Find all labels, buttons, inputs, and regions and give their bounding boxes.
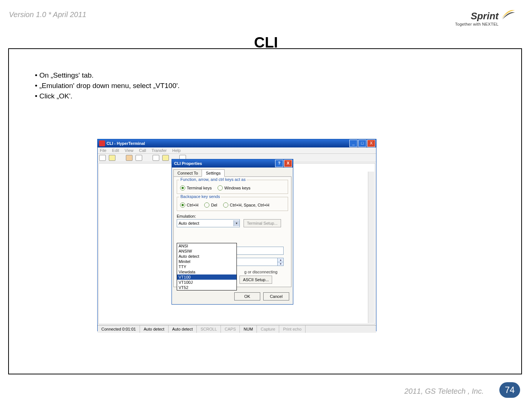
cancel-button[interactable]: Cancel <box>263 292 289 300</box>
menu-edit[interactable]: Edit <box>112 148 119 153</box>
terminal-setup-button[interactable]: Terminal Setup... <box>244 219 281 227</box>
dialog-button-row: OK Cancel <box>172 289 293 304</box>
chevron-down-icon: ▾ <box>234 220 239 226</box>
bullet-item: „Emulation' drop down menu, select „VT10… <box>35 81 180 91</box>
bullet-list: On „Settings' tab. „Emulation' drop down… <box>20 70 180 101</box>
status-connected: Connected 0:01:01 <box>98 325 140 333</box>
brand-block: Sprint Together with NEXTEL <box>455 10 499 26</box>
radio-label: Ctrl+H, Space, Ctrl+H <box>230 203 269 207</box>
radio-label: Ctrl+H <box>187 203 198 207</box>
ht-window-title: CLI - HyperTerminal <box>107 141 349 146</box>
menu-file[interactable]: File <box>100 148 107 153</box>
sprint-swoosh-icon <box>501 7 516 22</box>
ht-terminal-area[interactable]: CLI Properties ? X Connect To Settings F… <box>98 163 375 324</box>
toolbar-separator <box>118 155 123 160</box>
page-number-badge: 74 <box>499 382 520 398</box>
tab-strip: Connect To Settings <box>172 168 293 176</box>
status-printecho: Print echo <box>279 325 306 333</box>
bullet-item: Click „OK'. <box>35 91 180 101</box>
dialog-titlebar: CLI Properties ? X <box>172 159 293 168</box>
vertical-scrollbar[interactable] <box>368 172 374 323</box>
slide-frame: On „Settings' tab. „Emulation' drop down… <box>8 48 522 374</box>
tab-connect-to[interactable]: Connect To <box>173 169 202 177</box>
document-page: Version 1.0 * April 2011 Sprint Together… <box>0 0 532 403</box>
close-button[interactable]: X <box>367 140 375 147</box>
cli-properties-dialog: CLI Properties ? X Connect To Settings F… <box>172 159 293 305</box>
status-capture: Capture <box>257 325 279 333</box>
status-scroll: SCROLL <box>197 325 221 333</box>
dropdown-option[interactable]: Viewdata <box>177 269 236 274</box>
menu-call[interactable]: Call <box>139 148 146 153</box>
ht-menubar[interactable]: File Edit View Call Transfer Help <box>98 147 376 153</box>
dropdown-option[interactable]: Minitel <box>177 259 236 264</box>
status-caps: CAPS <box>221 325 240 333</box>
settings-panel: Function, arrow, and ctrl keys act as Te… <box>173 176 291 287</box>
radio-terminal-keys[interactable]: Terminal keys <box>180 185 212 191</box>
radio-del[interactable]: Del <box>204 202 217 208</box>
dropdown-option[interactable]: TTY <box>177 264 236 269</box>
spinner-buttons[interactable]: ▴▾ <box>277 258 283 266</box>
emulation-label: Emulation: <box>177 214 288 218</box>
footer-copyright: 2011, GS Teletech , Inc. <box>404 387 484 396</box>
status-autodetect-1: Auto detect <box>140 325 169 333</box>
emulation-selected-value: Auto detect <box>179 221 199 225</box>
ht-app-icon <box>99 140 105 146</box>
radio-label: Del <box>211 203 217 207</box>
brand-name: Sprint <box>455 10 499 22</box>
dialog-close-button[interactable]: X <box>284 160 292 167</box>
radio-windows-keys[interactable]: Windows keys <box>218 185 250 191</box>
connect-icon[interactable] <box>126 155 133 161</box>
dropdown-option[interactable]: VT100J <box>177 280 236 285</box>
backspace-group-title: Backspace key sends <box>179 194 221 199</box>
help-button[interactable]: ? <box>275 160 283 167</box>
keys-group: Function, arrow, and ctrl keys act as Te… <box>177 180 288 194</box>
emulation-dropdown-list[interactable]: ANSI ANSIW Auto detect Minitel TTY Viewd… <box>177 243 237 290</box>
ok-button[interactable]: OK <box>234 292 260 300</box>
toolbar-separator <box>145 155 150 160</box>
dropdown-option-vt100[interactable]: VT100 <box>177 274 236 280</box>
backspace-group: Backspace key sends Ctrl+H Del Ctrl+H, S… <box>177 197 288 211</box>
partial-checkbox-text: g or disconnecting <box>244 270 277 274</box>
ht-titlebar: CLI - HyperTerminal _ □ X <box>98 139 376 147</box>
brand-tagline: Together with NEXTEL <box>455 22 499 26</box>
radio-label: Terminal keys <box>187 186 212 190</box>
keys-group-title: Function, arrow, and ctrl keys act as <box>179 177 247 182</box>
menu-view[interactable]: View <box>125 148 134 153</box>
new-icon[interactable] <box>99 155 106 161</box>
maximize-button[interactable]: □ <box>358 140 366 147</box>
menu-help[interactable]: Help <box>172 148 181 153</box>
disconnect-icon[interactable] <box>136 155 142 161</box>
dropdown-option[interactable]: ANSI <box>177 243 236 248</box>
version-text: Version 1.0 * April 2011 <box>9 10 87 19</box>
minimize-button[interactable]: _ <box>349 140 358 147</box>
radio-ctrl-h[interactable]: Ctrl+H <box>180 202 198 208</box>
radio-label: Windows keys <box>224 186 250 190</box>
status-num: NUM <box>240 325 257 333</box>
dialog-title-text: CLI Properties <box>174 161 202 166</box>
ht-status-bar: Connected 0:01:01 Auto detect Auto detec… <box>98 325 376 333</box>
tab-settings[interactable]: Settings <box>202 169 225 177</box>
menu-transfer[interactable]: Transfer <box>151 148 167 153</box>
emulation-select[interactable]: Auto detect ▾ <box>177 219 240 227</box>
dropdown-option[interactable]: ANSIW <box>177 248 236 254</box>
receive-icon[interactable] <box>162 155 169 161</box>
ascii-setup-button[interactable]: ASCII Setup... <box>239 276 272 284</box>
status-autodetect-2: Auto detect <box>169 325 197 333</box>
send-icon[interactable] <box>153 155 159 161</box>
bullet-item: On „Settings' tab. <box>35 70 180 81</box>
open-icon[interactable] <box>109 155 115 161</box>
dropdown-option[interactable]: Auto detect <box>177 254 236 259</box>
radio-ctrl-h-space[interactable]: Ctrl+H, Space, Ctrl+H <box>223 202 269 208</box>
hyperterminal-window: CLI - HyperTerminal _ □ X File Edit View… <box>97 139 376 331</box>
dropdown-option[interactable]: VT52 <box>177 285 236 290</box>
